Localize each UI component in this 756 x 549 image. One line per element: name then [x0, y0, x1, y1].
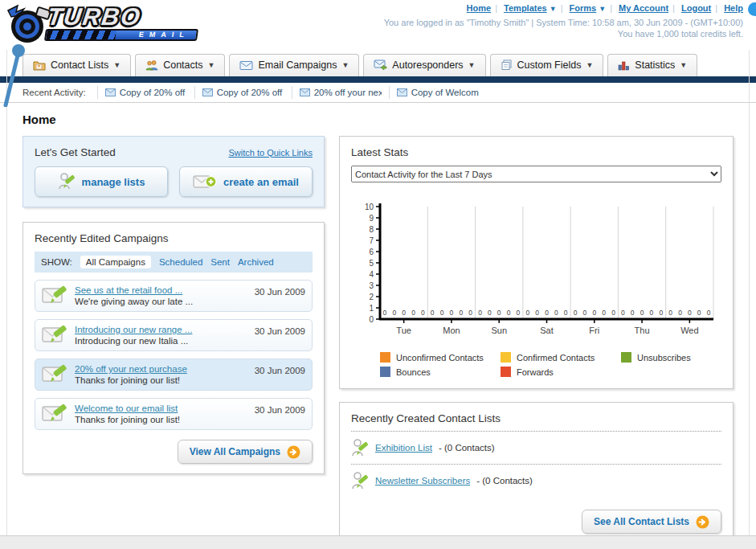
svg-text:4: 4 [369, 270, 374, 279]
chevron-down-icon: ▼ [680, 61, 687, 69]
contact-list-link[interactable]: Exhibition List [375, 443, 432, 453]
svg-text:0: 0 [535, 309, 539, 317]
nav-link-my-account[interactable]: My Account [619, 3, 668, 13]
envelope-pencil-icon [42, 404, 67, 424]
campaign-row[interactable]: Introducing our new range ... Introducin… [35, 319, 313, 351]
view-all-campaigns-label: View All Campaigns [190, 446, 280, 457]
show-label: SHOW: [41, 257, 72, 267]
envelope-pencil-icon [42, 285, 67, 306]
nav-link-home[interactable]: Home [467, 3, 492, 13]
svg-text:0: 0 [611, 309, 615, 317]
recent-activity-item[interactable]: 20% off your next p [292, 86, 389, 99]
legend-swatch-icon [501, 352, 511, 363]
svg-text:0: 0 [392, 309, 396, 317]
create-email-button[interactable]: create an email [179, 166, 313, 197]
svg-text:0: 0 [517, 309, 521, 317]
campaign-title-link[interactable]: Welcome to our email list [75, 404, 255, 413]
svg-text:3: 3 [369, 281, 374, 290]
contact-list-item[interactable]: Exhibition List - (0 Contacts) [351, 432, 721, 464]
svg-text:0: 0 [402, 309, 406, 317]
campaign-row[interactable]: See us at the retail food ... We're givi… [35, 280, 313, 312]
envelope-icon [202, 88, 213, 96]
tab-custom-fields[interactable]: Custom Fields▼ [490, 54, 604, 76]
recent-activity-bar: Recent Activity: Copy of 20% off yo Copy… [0, 83, 756, 103]
svg-text:0: 0 [564, 309, 568, 317]
recent-activity-item[interactable]: Copy of Welcome to [389, 86, 486, 99]
campaign-title-link[interactable]: See us at the retail food ... [75, 285, 255, 295]
svg-text:1: 1 [369, 304, 374, 313]
svg-text:0: 0 [678, 309, 682, 317]
chevron-down-icon: ▼ [586, 61, 593, 69]
logo-word-turbo: TURBO [46, 6, 202, 28]
campaign-title-link[interactable]: Introducing our new range ... [75, 325, 255, 334]
tab-contact-lists[interactable]: Contact Lists▼ [22, 54, 131, 76]
campaign-date: 30 Jun 2009 [255, 326, 305, 336]
envelope-icon [397, 88, 407, 96]
nav-link-templates[interactable]: Templates [504, 3, 547, 13]
contact-list-item[interactable]: Newsletter Subscribers - (0 Contacts) [351, 465, 721, 497]
recent-activity-item[interactable]: Copy of 20% off yo [194, 86, 292, 99]
filter-archived[interactable]: Archived [238, 257, 274, 267]
chevron-down-icon: ▼ [550, 5, 557, 13]
help-bubble-icon[interactable] [748, 2, 756, 16]
envelope-plus-icon [193, 173, 217, 191]
svg-text:0: 0 [459, 309, 463, 317]
get-started-panel: Let's Get Started Switch to Quick Links … [22, 136, 325, 207]
logo-stripes [46, 31, 116, 39]
filter-all-campaigns[interactable]: All Campaigns [80, 256, 151, 268]
svg-text:6: 6 [369, 248, 374, 256]
svg-text:0: 0 [583, 309, 587, 317]
svg-text:0: 0 [631, 309, 635, 317]
svg-text:Fri: Fri [589, 326, 599, 335]
recent-activity-item[interactable]: Copy of 20% off yo [97, 86, 194, 99]
logo-email-bar: EMAIL [44, 29, 198, 41]
tab-email-campaigns[interactable]: Email Campaigns▼ [229, 54, 359, 76]
svg-text:0: 0 [668, 309, 672, 317]
envelope-icon [105, 88, 116, 96]
chevron-down-icon: ▼ [208, 61, 215, 69]
campaign-title-link[interactable]: 20% off your next purchase [75, 364, 255, 374]
campaign-row[interactable]: Welcome to our email list Thanks for joi… [35, 398, 313, 430]
nav-link-help[interactable]: Help [724, 3, 743, 13]
svg-text:Sat: Sat [540, 326, 554, 335]
see-all-contact-lists-button[interactable]: See All Contact Lists [582, 510, 721, 534]
tab-label: Contacts [163, 59, 202, 71]
manage-lists-button[interactable]: manage lists [35, 166, 168, 197]
campaign-date: 30 Jun 2009 [255, 287, 305, 297]
tab-statistics[interactable]: Statistics▼ [607, 54, 697, 76]
header: TURBO EMAIL Home| Templates ▼| Forms ▼| … [0, 0, 756, 50]
campaign-subtitle: We're giving away our late ... [75, 297, 255, 306]
contact-list-count: - (0 Contacts) [439, 443, 495, 453]
filter-sent[interactable]: Sent [210, 257, 230, 267]
campaign-subtitle: Introducing our new Italia ... [75, 336, 255, 346]
contact-list-link[interactable]: Newsletter Subscribers [375, 476, 470, 485]
svg-text:0: 0 [488, 309, 492, 317]
contact-lists-title: Recently Created Contact Lists [351, 412, 721, 424]
person-pencil-icon [351, 470, 369, 491]
legend-item-confirmed: Confirmed Contacts [501, 352, 621, 363]
svg-text:0: 0 [697, 309, 701, 317]
nav-link-logout[interactable]: Logout [681, 3, 711, 13]
login-status-text: You are logged in as "Timothy Smith" | S… [384, 18, 743, 27]
legend-swatch-icon [380, 367, 390, 377]
nav-link-forms[interactable]: Forms [570, 3, 597, 13]
chart-legend: Unconfirmed Contacts Confirmed Contacts … [380, 352, 721, 377]
view-all-campaigns-button[interactable]: View All Campaigns [178, 440, 313, 464]
svg-text:0: 0 [369, 315, 374, 324]
tab-contacts[interactable]: Contacts▼ [135, 54, 225, 76]
footer-bar [0, 535, 756, 549]
switch-quick-links-link[interactable]: Switch to Quick Links [228, 148, 313, 158]
svg-text:0: 0 [440, 309, 444, 317]
latest-stats-panel: Latest Stats Contact Activity for the La… [339, 136, 734, 389]
contacts-people-icon [145, 59, 158, 71]
app-logo: TURBO EMAIL [6, 2, 199, 44]
stats-period-select[interactable]: Contact Activity for the Last 7 Days [351, 166, 721, 182]
tab-autoresponders[interactable]: Autoresponders▼ [363, 54, 485, 76]
tab-label: Contact Lists [51, 59, 108, 71]
campaign-row[interactable]: 20% off your next purchase Thanks for jo… [35, 358, 313, 391]
filter-scheduled[interactable]: Scheduled [159, 257, 202, 267]
statistics-bars-icon [618, 59, 630, 71]
campaign-subtitle: Thanks for joining our list! [75, 375, 255, 385]
person-pencil-icon [58, 172, 76, 191]
get-started-title: Let's Get Started [35, 146, 116, 158]
